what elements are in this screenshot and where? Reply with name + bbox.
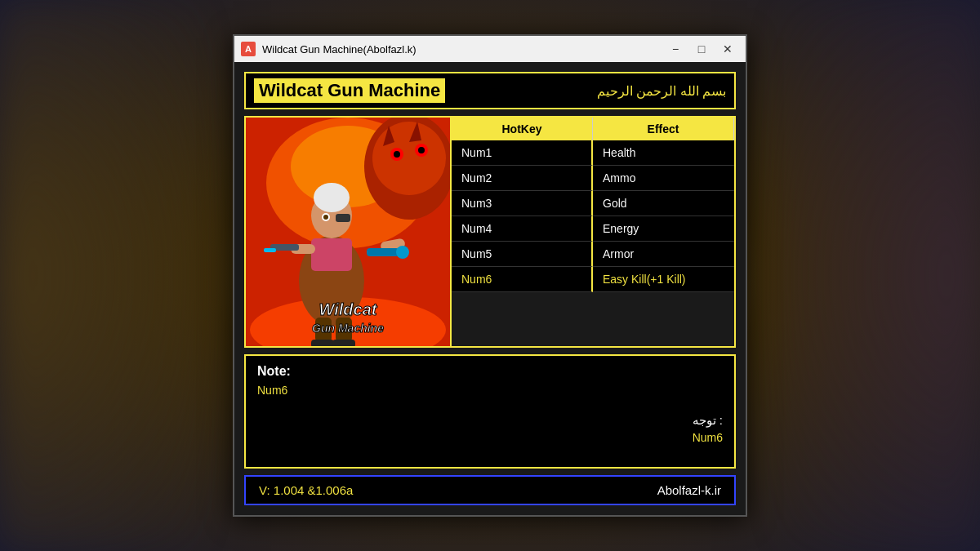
hotkey-num3: Num3 <box>452 191 593 216</box>
effect-health: Health <box>593 140 734 166</box>
svg-rect-15 <box>311 238 352 271</box>
effect-column-header: Effect <box>593 118 734 140</box>
svg-rect-20 <box>336 214 350 222</box>
app-icon-letter: A <box>245 44 252 54</box>
header-row: Wildcat Gun Machine بسم الله الرحمن الرح… <box>244 72 736 109</box>
bg-decoration-right <box>776 0 980 551</box>
hotkey-num2: Num2 <box>452 166 593 191</box>
table-body: Num1 Health Num2 Ammo Num3 Gold Num4 Ene… <box>452 140 734 292</box>
svg-point-28 <box>396 246 409 259</box>
window-title: Wildcat Gun Machine(Abolfazl.k) <box>262 43 657 56</box>
note-arabic-section: : توجه Num6 <box>257 413 723 444</box>
version-label: V: <box>259 483 274 497</box>
svg-text:Gun Machine: Gun Machine <box>312 322 384 335</box>
svg-rect-25 <box>311 340 334 346</box>
svg-rect-27 <box>367 248 399 256</box>
app-icon: A <box>241 42 256 56</box>
effect-gold: Gold <box>593 191 734 216</box>
hotkey-table: HotKey Effect Num1 Health Num2 Ammo Num3… <box>450 118 734 346</box>
hotkey-num5: Num5 <box>452 242 593 267</box>
footer-site: Abolfazl-k.ir <box>657 483 721 497</box>
maximize-button[interactable]: □ <box>690 40 713 58</box>
svg-rect-26 <box>332 340 355 346</box>
game-title: Wildcat Gun Machine <box>254 78 445 103</box>
svg-rect-19 <box>264 248 276 252</box>
effect-ammo: Ammo <box>593 166 734 191</box>
effect-easykill: Easy Kill(+1 Kill) <box>593 267 734 292</box>
table-header: HotKey Effect <box>452 118 734 140</box>
effect-energy: Energy <box>593 216 734 242</box>
bg-decoration-left <box>0 0 204 551</box>
svg-text:Wildcat: Wildcat <box>319 300 378 318</box>
hotkey-num4: Num4 <box>452 216 593 242</box>
game-image: Wildcat Gun Machine <box>246 118 450 346</box>
hotkey-num1: Num1 <box>452 140 593 166</box>
main-content: Wildcat Gun Machine بسم الله الرحمن الرح… <box>234 62 746 515</box>
svg-point-8 <box>394 151 400 158</box>
note-arabic-label: : توجه <box>257 413 723 428</box>
minimize-button[interactable]: − <box>664 40 687 58</box>
version-value: 1.004 &1.006a <box>274 483 354 497</box>
arabic-header: بسم الله الرحمن الرحيم <box>597 83 726 99</box>
note-section: Note: Num6 : توجه Num6 <box>244 354 736 469</box>
content-section: Wildcat Gun Machine HotKey Effect Num1 H… <box>244 116 736 348</box>
footer: V: 1.004 &1.006a Abolfazl-k.ir <box>244 475 736 505</box>
application-window: A Wildcat Gun Machine(Abolfazl.k) − □ ✕ … <box>233 34 747 517</box>
title-bar: A Wildcat Gun Machine(Abolfazl.k) − □ ✕ <box>234 36 746 62</box>
hotkey-column-header: HotKey <box>452 118 593 140</box>
close-button[interactable]: ✕ <box>716 40 739 58</box>
window-controls: − □ ✕ <box>664 40 739 58</box>
note-num6-arabic: Num6 <box>257 431 723 444</box>
svg-point-22 <box>323 215 328 220</box>
hotkey-num6: Num6 <box>452 267 593 292</box>
effect-armor: Armor <box>593 242 734 267</box>
svg-point-9 <box>418 147 425 153</box>
note-label: Note: <box>257 364 723 379</box>
note-num6-english: Num6 <box>257 384 723 397</box>
svg-point-5 <box>372 122 446 195</box>
svg-point-14 <box>314 183 350 212</box>
footer-version: V: 1.004 &1.006a <box>259 483 353 497</box>
